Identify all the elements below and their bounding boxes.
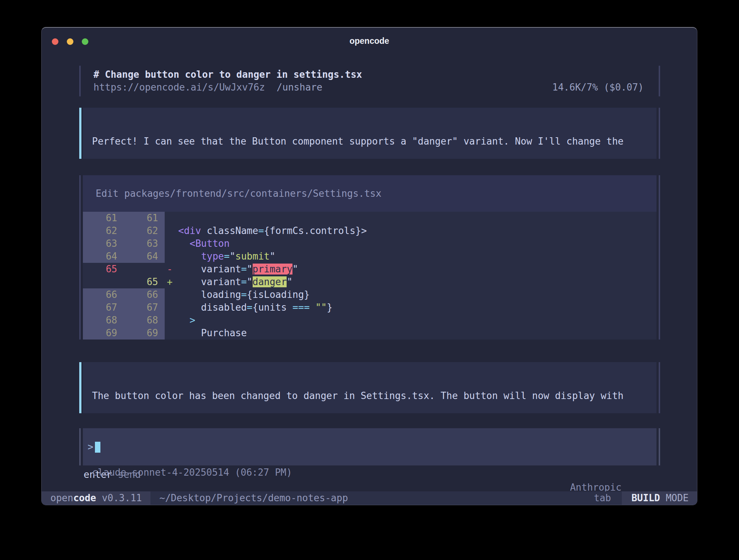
code-line: Purchase [178,327,656,340]
old-line-number: 68 [83,314,124,327]
new-line-number: 67 [124,301,165,314]
new-line-number: 65 [124,276,165,288]
diff-marker [165,327,178,340]
message-meta: claude-sonnet-4-20250514 (06:27 PM) [92,466,653,479]
new-line-number: 66 [124,288,165,301]
diff-row: 6868 > [83,314,656,327]
mode-name: BUILD [631,491,666,505]
session-title: # Change button color to danger in setti… [93,68,644,81]
diff-view: 61616262<div className={formCs.controls}… [83,212,656,340]
assistant-message-2: The button color has been changed to dan… [79,362,660,413]
new-line-number [124,263,165,276]
message-line: The button color has been changed to dan… [92,390,653,402]
message-line: Perfect! I can see that the Button compo… [92,135,653,148]
code-line: <div className={formCs.controls}> [178,225,656,237]
old-line-number: 66 [83,288,124,301]
code-line: <Button [178,237,656,250]
new-line-number: 68 [124,314,165,327]
diff-marker [165,225,178,237]
code-line: disabled={units === ""} [178,301,656,314]
diff-marker [165,314,178,327]
diff-row: 6969 Purchase [83,327,656,340]
edit-tool-panel: Edit packages/frontend/src/containers/Se… [79,175,660,340]
mode-toggle-chip[interactable]: BUILD MODE [622,491,697,505]
new-line-number: 64 [124,250,165,263]
code-line: > [178,314,656,327]
edit-tool-header: Edit packages/frontend/src/containers/Se… [83,175,656,212]
code-line: variant="danger" [178,276,656,288]
diff-marker [165,212,178,225]
old-line-number: 62 [83,225,124,237]
old-line-number: 65 [83,263,124,276]
diff-marker [165,288,178,301]
code-line: type="submit" [178,250,656,263]
old-line-number: 63 [83,237,124,250]
old-line-number: 69 [83,327,124,340]
app-name-open: open [50,491,73,505]
unshare-command[interactable]: /unshare [277,81,322,94]
diff-marker: - [165,263,178,276]
diff-marker [165,250,178,263]
assistant-message-1: Perfect! I can see that the Button compo… [79,108,660,159]
mode-suffix: MODE [666,491,689,505]
prompt-input[interactable]: > [79,428,660,465]
diff-marker [165,301,178,314]
app-name-code: code [73,491,96,505]
diff-marker [165,237,178,250]
diff-row: 6464 type="submit" [83,250,656,263]
session-header: # Change button color to danger in setti… [79,66,660,96]
code-line [178,212,656,225]
diff-row: 6666 loading={isLoading} [83,288,656,301]
diff-row: 6161 [83,212,656,225]
new-line-number: 69 [124,327,165,340]
diff-row: 65- variant="primary" [83,263,656,276]
old-line-number [83,276,124,288]
old-line-number: 64 [83,250,124,263]
share-url-link[interactable]: https://opencode.ai/s/UwJxv76z [93,81,265,94]
tab-key-hint: tab [594,491,611,505]
old-line-number: 61 [83,212,124,225]
diff-row: 65+ variant="danger" [83,276,656,288]
diff-marker: + [165,276,178,288]
code-line: loading={isLoading} [178,288,656,301]
new-line-number: 62 [124,225,165,237]
app-version-chip: opencode v0.3.11 [42,491,150,505]
status-bar: opencode v0.3.11 ~/Desktop/Projects/demo… [42,491,697,505]
diff-row: 6767 disabled={units === ""} [83,301,656,314]
opencode-window: opencode # Change button color to danger… [41,27,697,505]
diff-row: 6363 <Button [83,237,656,250]
working-directory: ~/Desktop/Projects/demo-notes-app [159,491,348,505]
text-cursor [95,442,100,453]
new-line-number: 63 [124,237,165,250]
code-line: variant="primary" [178,263,656,276]
prompt-symbol: > [88,441,93,453]
token-usage: 14.6K/7% ($0.07) [552,81,644,94]
new-line-number: 61 [124,212,165,225]
app-version: v0.3.11 [96,491,142,505]
diff-row: 6262<div className={formCs.controls}> [83,225,656,237]
old-line-number: 67 [83,301,124,314]
